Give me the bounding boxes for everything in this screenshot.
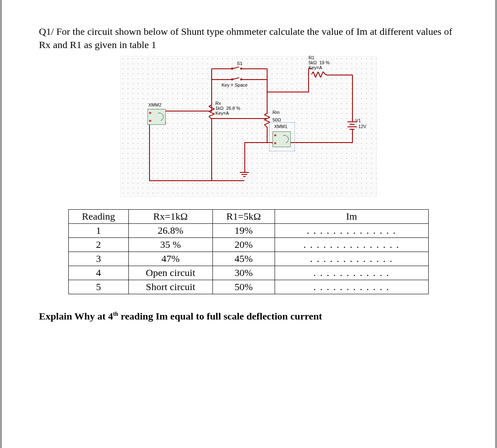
readings-table: Reading Rx=1kΩ R1=5kΩ Im 1 26.8% 19% . .… bbox=[68, 209, 429, 294]
table-header-row: Reading Rx=1kΩ R1=5kΩ Im bbox=[69, 209, 429, 223]
table-row: 5 Short circuit 50% . . . . . . . . . . … bbox=[69, 280, 429, 294]
explain-post: reading Im equal to full scale deflectio… bbox=[118, 311, 322, 322]
wire bbox=[352, 75, 353, 122]
wire bbox=[211, 79, 232, 80]
resistor-icon bbox=[209, 105, 215, 120]
cell: 2 bbox=[69, 237, 129, 252]
battery-icon bbox=[347, 121, 357, 130]
cell: 4 bbox=[69, 266, 129, 280]
wire bbox=[211, 119, 212, 181]
wire bbox=[244, 142, 268, 143]
circuit-diagram: XMM2 S1 Key = Space R1 5kΩ 19 % K bbox=[120, 56, 377, 197]
meter-xmm2 bbox=[147, 109, 166, 125]
cell: 1 bbox=[69, 223, 129, 237]
r1-label: R1 bbox=[309, 55, 314, 60]
cell: 47% bbox=[128, 252, 212, 266]
rm-value: 50Ω bbox=[273, 117, 281, 122]
wire bbox=[267, 68, 268, 80]
wire bbox=[326, 75, 352, 75]
wire bbox=[166, 111, 211, 111]
cell: 30% bbox=[212, 266, 275, 280]
table-row: 1 26.8% 19% . . . . . . . . . . . . . . bbox=[69, 223, 429, 237]
wire bbox=[308, 68, 309, 92]
wire bbox=[211, 118, 267, 119]
wire bbox=[149, 180, 244, 181]
cell: 45% bbox=[212, 252, 275, 266]
cell: 3 bbox=[69, 252, 129, 266]
cell: 26.8% bbox=[128, 223, 212, 237]
r1-value: 5kΩ 19 % bbox=[309, 60, 330, 65]
xmm2-label: XMM2 bbox=[148, 102, 162, 107]
cell: Open circuit bbox=[128, 266, 212, 280]
wire bbox=[211, 68, 212, 86]
question-body: For the circuit shown below of Shunt typ… bbox=[39, 26, 452, 50]
wire bbox=[267, 79, 268, 92]
ground-icon bbox=[240, 172, 249, 177]
wire bbox=[267, 92, 268, 114]
table-row: 4 Open circuit 30% . . . . . . . . . . .… bbox=[69, 266, 429, 280]
cell: 35 % bbox=[128, 237, 212, 252]
explain-pre: Explain Why at 4 bbox=[39, 311, 113, 322]
cell-blank: . . . . . . . . . . . . . . bbox=[275, 223, 428, 237]
wire bbox=[166, 122, 166, 123]
resistor-icon bbox=[311, 72, 326, 77]
cell-blank: . . . . . . . . . . . . . bbox=[275, 252, 428, 266]
meter-xmm1 bbox=[273, 131, 291, 147]
cell-blank: . . . . . . . . . . . . bbox=[275, 266, 428, 280]
th-im: Im bbox=[275, 209, 428, 223]
wire bbox=[352, 130, 353, 142]
xmm1-label: XMM1 bbox=[274, 124, 287, 129]
question-prefix: Q1/ bbox=[39, 26, 56, 37]
rx-value: 1kΩ 26.8 % bbox=[215, 106, 240, 111]
s1-label: S1 bbox=[237, 61, 242, 66]
wire bbox=[244, 142, 245, 172]
r1-key: Key=A bbox=[309, 65, 322, 70]
rm-label: Rm bbox=[273, 110, 280, 115]
cell: 20% bbox=[212, 237, 275, 252]
wire bbox=[242, 79, 267, 80]
th-rx: Rx=1kΩ bbox=[128, 209, 212, 223]
wire bbox=[211, 68, 232, 69]
explain-sup: th bbox=[113, 311, 118, 317]
cell: 50% bbox=[212, 280, 275, 294]
cell: 5 bbox=[69, 280, 129, 294]
wire bbox=[267, 127, 268, 143]
cell-blank: . . . . . . . . . . . . . . . bbox=[275, 237, 428, 252]
cell: Short circuit bbox=[128, 280, 212, 294]
page: Q1/ For the circuit shown below of Shunt… bbox=[0, 0, 497, 448]
explain-text: Explain Why at 4th reading Im equal to f… bbox=[39, 311, 458, 322]
table-row: 2 35 % 20% . . . . . . . . . . . . . . . bbox=[69, 237, 429, 252]
cell-blank: . . . . . . . . . . . . bbox=[275, 280, 428, 294]
cell: 19% bbox=[212, 223, 275, 237]
rx-label: Rx bbox=[215, 101, 221, 106]
question-block: Q1/ For the circuit shown below of Shunt… bbox=[39, 25, 458, 52]
question-text: Q1/ For the circuit shown below of Shunt… bbox=[39, 26, 452, 50]
s1-key-label: Key = Space bbox=[222, 82, 248, 87]
table-row: 3 47% 45% . . . . . . . . . . . . . bbox=[69, 252, 429, 266]
th-reading: Reading bbox=[69, 209, 129, 223]
wire bbox=[242, 68, 267, 69]
wire bbox=[267, 92, 308, 92]
th-r1: R1=5kΩ bbox=[212, 209, 275, 223]
rx-key: Key=A bbox=[215, 111, 229, 116]
